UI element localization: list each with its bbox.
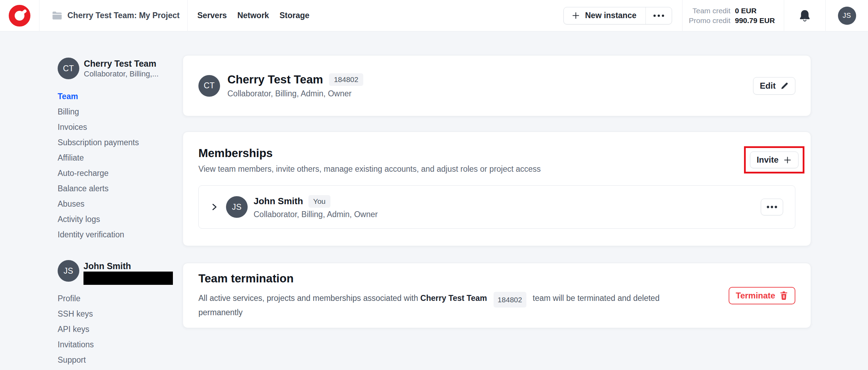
nav-network[interactable]: Network [237,11,269,20]
ellipsis-icon [653,14,665,17]
sidebar-user-header[interactable]: JS John Smith [58,260,183,285]
promo-credit-value: 990.79 EUR [735,16,776,25]
sidebar-item-support[interactable]: Support [58,352,183,368]
member-avatar: JS [226,196,248,218]
member-actions-button[interactable] [761,199,783,215]
cherry-logo-icon [9,5,30,27]
sidebar-item-balance-alerts[interactable]: Balance alerts [58,181,183,196]
bell-icon [799,9,811,22]
you-badge: You [308,195,330,208]
team-credit-value: 0 EUR [735,7,776,15]
invite-button-label: Invite [757,155,779,165]
team-card-avatar: CT [198,75,220,97]
top-navigation: Servers Network Storage [188,11,309,20]
breadcrumb-label: Cherry Test Team: My Project [67,11,180,20]
sidebar-team-name: Cherry Test Team [84,58,159,69]
ellipsis-icon [766,205,778,209]
sidebar-item-ssh-keys[interactable]: SSH keys [58,306,183,321]
sidebar-item-auto-recharge[interactable]: Auto-recharge [58,165,183,181]
termination-description: All active services, projects and member… [198,290,680,319]
breadcrumb[interactable]: Cherry Test Team: My Project [39,0,188,31]
new-instance-button[interactable]: New instance [564,7,645,24]
team-card-roles: Collaborator, Billing, Admin, Owner [227,89,363,98]
team-id-badge: 184802 [329,73,363,86]
folder-icon [52,11,62,20]
member-row: JS John Smith You Collaborator, Billing,… [198,185,795,229]
new-instance-label: New instance [585,11,636,20]
promo-credit-label: Promo credit [689,16,730,25]
member-roles: Collaborator, Billing, Admin, Owner [254,210,378,219]
sidebar-item-identity-verification[interactable]: Identity verification [58,227,183,242]
topbar: Cherry Test Team: My Project Servers Net… [0,0,868,31]
sidebar-item-activity-logs[interactable]: Activity logs [58,212,183,227]
redacted-email-bar [83,272,173,285]
trash-icon [780,291,788,300]
sidebar-item-invitations[interactable]: Invitations [58,337,183,352]
termination-team-id-badge: 184802 [494,292,526,308]
team-termination-card: Team termination All active services, pr… [183,263,811,328]
sidebar: CT Cherry Test Team Collaborator, Billin… [58,58,183,368]
user-avatar: JS [838,7,856,25]
sidebar-item-team[interactable]: Team [58,89,183,104]
terminate-button[interactable]: Terminate [729,287,795,304]
team-info-card: CT Cherry Test Team 184802 Collaborator,… [183,55,811,116]
sidebar-user-avatar: JS [58,260,79,282]
notifications-button[interactable] [784,9,825,22]
memberships-description: View team members, invite others, manage… [198,164,541,174]
sidebar-team-header[interactable]: CT Cherry Test Team Collaborator, Billin… [58,58,183,79]
sidebar-item-billing[interactable]: Billing [58,104,183,119]
terminate-button-label: Terminate [736,291,775,301]
termination-title: Team termination [198,272,680,285]
sidebar-item-abuses[interactable]: Abuses [58,196,183,212]
nav-storage[interactable]: Storage [279,11,309,20]
memberships-card: Memberships View team members, invite ot… [183,132,811,246]
sidebar-user-name: John Smith [83,260,173,271]
memberships-title: Memberships [198,147,541,160]
nav-servers[interactable]: Servers [197,11,227,20]
sidebar-item-profile[interactable]: Profile [58,291,183,306]
sidebar-item-subscription-payments[interactable]: Subscription payments [58,135,183,150]
team-credit-label: Team credit [692,7,730,15]
member-name: John Smith [254,196,303,207]
pencil-icon [780,82,789,90]
invite-button[interactable]: Invite [750,151,798,168]
sidebar-item-affiliate[interactable]: Affiliate [58,150,183,165]
user-menu[interactable]: JS [826,7,868,25]
sidebar-item-invoices[interactable]: Invoices [58,119,183,135]
main-content: CT Cherry Test Team 184802 Collaborator,… [183,55,811,328]
expand-member-button[interactable] [211,202,218,212]
edit-button-label: Edit [760,81,775,91]
plus-icon [783,156,792,164]
invite-highlight-box: Invite [744,146,804,173]
instance-more-button[interactable] [645,7,672,24]
credits-panel: Team credit 0 EUR Promo credit 990.79 EU… [683,7,784,25]
plus-icon [571,11,580,20]
sidebar-team-roles: Collaborator, Billing,... [84,69,159,79]
team-avatar: CT [58,58,79,79]
termination-text-prefix: All active services, projects and member… [198,294,418,303]
sidebar-user-nav: Profile SSH keys API keys Invitations Su… [58,291,183,368]
new-instance-split-button: New instance [563,7,672,24]
cherry-logo[interactable] [0,0,39,31]
sidebar-item-api-keys[interactable]: API keys [58,321,183,337]
termination-team-name: Cherry Test Team [420,294,487,303]
edit-team-button[interactable]: Edit [753,77,795,95]
team-card-title: Cherry Test Team [227,73,323,86]
sidebar-team-nav: Team Billing Invoices Subscription payme… [58,89,183,242]
